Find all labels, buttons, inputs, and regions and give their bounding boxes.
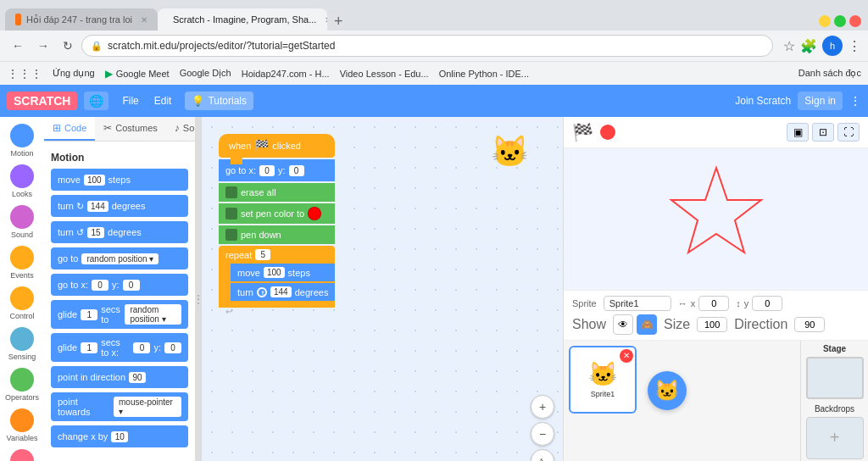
- variables-label: Variables: [7, 434, 38, 442]
- sprite-delete-btn[interactable]: ✕: [620, 349, 633, 363]
- bookmark-hoidap[interactable]: Hoidap247.com - H...: [242, 69, 330, 79]
- tab-label-1: Hỏi đáp 247 - trang tra loi: [26, 14, 132, 25]
- show-hidden-btn[interactable]: 🙈: [637, 314, 657, 335]
- tab-code[interactable]: ⊞ Code: [44, 117, 95, 141]
- stage-mode-small[interactable]: ▣: [787, 123, 809, 142]
- block-turn-cw-val[interactable]: 144: [87, 201, 108, 212]
- tab-sounds[interactable]: ♪ Sounds: [166, 117, 195, 141]
- repeat-block[interactable]: repeat 5 move 100 steps turn: [219, 246, 335, 308]
- block-point-dir[interactable]: point in direction 90: [51, 366, 188, 388]
- stop-button[interactable]: [600, 125, 615, 140]
- tutorials-button[interactable]: 💡 Tutorials: [185, 92, 253, 110]
- block-goto-xy[interactable]: go to x: 0 y: 0: [51, 274, 188, 296]
- bookmark-video[interactable]: Video Lesson - Edu...: [340, 69, 429, 79]
- x-coord-input[interactable]: [698, 296, 729, 311]
- expand-button[interactable]: ⋮: [849, 94, 861, 108]
- tab-close-1[interactable]: ✕: [141, 15, 147, 25]
- end-cap-icon: ↩: [225, 307, 232, 316]
- globe-button[interactable]: 🌐: [84, 92, 108, 110]
- signin-button[interactable]: Sign in: [798, 92, 843, 110]
- win-maximize-btn[interactable]: ☐: [834, 15, 846, 27]
- block-glide2-secs[interactable]: 1: [81, 342, 97, 353]
- address-bar[interactable]: 🔒 scratch.mit.edu/projects/editor/?tutor…: [81, 35, 773, 57]
- reload-button[interactable]: ↻: [58, 36, 78, 56]
- block-glide-secs[interactable]: 1: [81, 309, 97, 320]
- tab-active[interactable]: Scratch - Imagine, Program, Sha... ✕: [158, 8, 327, 31]
- category-variables[interactable]: Variables: [0, 405, 44, 446]
- category-control[interactable]: Control: [0, 283, 44, 324]
- block-glide-dropdown[interactable]: random position ▾: [125, 304, 181, 325]
- block-set-pen-color[interactable]: set pen color to: [219, 203, 335, 224]
- block-goto-random[interactable]: go to random position ▾: [51, 247, 188, 269]
- category-sensing[interactable]: Sensing: [0, 324, 44, 364]
- profile-btn[interactable]: h: [822, 36, 843, 56]
- repeat-count[interactable]: 5: [255, 249, 270, 260]
- settings-icon[interactable]: ⋮: [848, 38, 861, 54]
- add-sprite-btn[interactable]: 🐱: [642, 346, 693, 414]
- stage-thumb[interactable]: [806, 357, 864, 399]
- edit-menu[interactable]: Edit: [147, 92, 179, 110]
- new-tab-button[interactable]: +: [327, 13, 350, 31]
- block-erase-all[interactable]: erase all: [219, 183, 335, 202]
- size-input[interactable]: [697, 317, 727, 332]
- block-point-val[interactable]: 90: [129, 372, 146, 383]
- hat-block[interactable]: when 🏁 clicked: [219, 134, 335, 158]
- zoom-out-button[interactable]: −: [531, 422, 554, 446]
- block-glide-xy[interactable]: glide 1 secs to x: 0 y: 0: [51, 333, 188, 362]
- pen-color-dot[interactable]: [308, 207, 321, 220]
- tab-costumes[interactable]: ✂ Costumes: [95, 117, 166, 141]
- category-operators[interactable]: Operators: [0, 364, 44, 405]
- win-minimize-btn[interactable]: —: [819, 15, 831, 27]
- sprite-name-input[interactable]: [604, 296, 671, 311]
- zoom-in-button[interactable]: +: [531, 395, 554, 419]
- join-link[interactable]: Join Scratch: [735, 95, 791, 107]
- back-button[interactable]: ←: [7, 36, 29, 56]
- bookmark-icon[interactable]: ☆: [783, 38, 795, 54]
- block-turn-ccw-val[interactable]: 15: [87, 227, 104, 238]
- block-change-x-val[interactable]: 10: [111, 431, 128, 442]
- code-area[interactable]: 🐱 when 🏁 clicked go to x: 0 y:: [202, 117, 563, 461]
- bookmark-meet[interactable]: ▶ Google Meet: [105, 68, 170, 80]
- block-glide-y[interactable]: 0: [164, 342, 181, 353]
- block-towards-dropdown[interactable]: mouse-pointer ▾: [114, 397, 181, 417]
- direction-input[interactable]: [794, 317, 825, 332]
- block-goto-x[interactable]: 0: [92, 280, 108, 291]
- panel-divider[interactable]: [195, 117, 202, 461]
- category-motion[interactable]: Motion: [0, 120, 44, 161]
- block-turn-ccw[interactable]: turn ↺ 15 degrees: [51, 221, 188, 243]
- sprite-thumb-sprite1[interactable]: ✕ 🐱 Sprite1: [569, 346, 637, 414]
- category-sound[interactable]: Sound: [0, 202, 44, 242]
- block-turn-cw[interactable]: turn ↻ 144 degrees: [51, 195, 188, 217]
- category-my-blocks[interactable]: My Blocks: [0, 446, 44, 461]
- bookmark-reading-list[interactable]: Danh sách đọc: [798, 68, 861, 79]
- block-glide-x[interactable]: 0: [133, 342, 150, 353]
- block-pen-down[interactable]: pen down: [219, 225, 335, 244]
- block-glide-random[interactable]: glide 1 secs to random position ▾: [51, 300, 188, 329]
- block-move-script[interactable]: move 100 steps: [231, 264, 335, 281]
- apps-icon[interactable]: ⋮⋮⋮: [7, 67, 42, 81]
- block-change-x[interactable]: change x by 10: [51, 425, 188, 447]
- tab-inactive[interactable]: Hỏi đáp 247 - trang tra loi ✕: [5, 8, 158, 31]
- block-point-towards[interactable]: point towards mouse-pointer ▾: [51, 392, 188, 421]
- extensions-icon[interactable]: 🧩: [800, 38, 817, 54]
- file-menu[interactable]: File: [115, 92, 145, 110]
- stage-fullscreen-btn[interactable]: ⛶: [837, 123, 860, 142]
- show-visible-btn[interactable]: 👁: [613, 314, 633, 335]
- y-coord-input[interactable]: [752, 296, 782, 311]
- fit-button[interactable]: ⤡: [531, 449, 554, 461]
- win-close-btn[interactable]: ✕: [849, 15, 861, 27]
- category-looks[interactable]: Looks: [0, 161, 44, 202]
- block-move-val[interactable]: 100: [84, 175, 105, 186]
- green-flag-button[interactable]: 🏁: [572, 122, 593, 142]
- bookmark-python[interactable]: Online Python - IDE...: [439, 69, 529, 79]
- forward-button[interactable]: →: [32, 36, 54, 56]
- category-events[interactable]: Events: [0, 242, 44, 283]
- block-goto-y[interactable]: 0: [123, 280, 140, 291]
- stage-mode-normal[interactable]: ⊡: [812, 123, 834, 142]
- block-turn-script[interactable]: turn ↻ 144 degrees: [231, 283, 335, 301]
- block-move[interactable]: move 100 steps: [51, 169, 188, 191]
- block-goto-dropdown[interactable]: random position ▾: [81, 253, 159, 264]
- bookmark-apps[interactable]: Ứng dụng: [53, 68, 95, 79]
- bookmark-translate[interactable]: Google Dịch: [180, 68, 231, 79]
- backdrop-thumb[interactable]: +: [806, 417, 864, 459]
